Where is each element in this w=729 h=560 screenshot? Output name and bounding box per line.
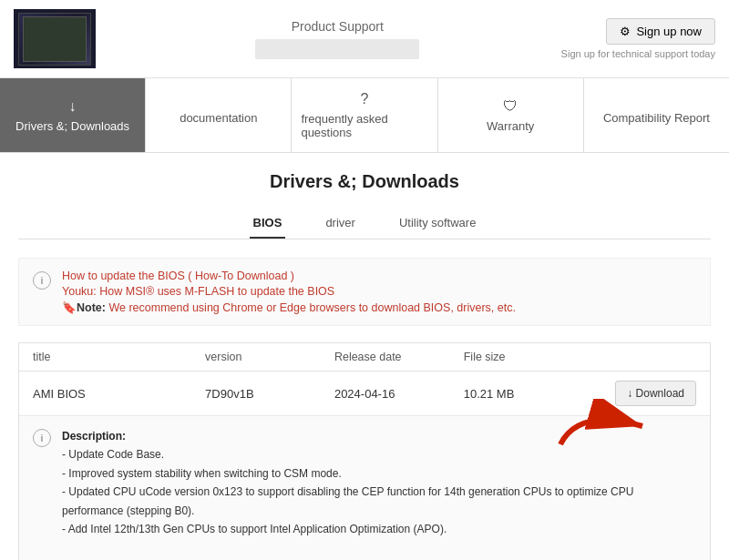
sub-tab-bios-label: BIOS bbox=[253, 216, 282, 229]
sign-up-area: ⚙ Sign up now Sign up for technical supp… bbox=[561, 18, 715, 59]
download-arrow bbox=[551, 399, 661, 453]
row-title: AMI BIOS bbox=[33, 387, 205, 401]
desc-info-icon: i bbox=[33, 429, 51, 447]
sub-tab-utility-label: Utility software bbox=[399, 216, 477, 229]
download-icon: ↓ bbox=[69, 98, 77, 115]
desc-line-2: - Improved system stability when switchi… bbox=[62, 467, 342, 480]
info-box: i How to update the BIOS ( How-To Downlo… bbox=[18, 258, 711, 326]
product-support-area: Product Support bbox=[114, 19, 561, 59]
sign-up-sub: Sign up for technical support today bbox=[561, 48, 715, 59]
info-note: 🔖Note: We recommend using Chrome or Edge… bbox=[62, 300, 516, 314]
row-version: 7D90v1B bbox=[205, 387, 334, 401]
tab-drivers[interactable]: ↓ Drivers &; Downloads bbox=[0, 78, 146, 152]
product-name-bar bbox=[255, 39, 419, 59]
sub-tabs: BIOS driver Utility software bbox=[18, 209, 711, 239]
tab-drivers-label: Drivers &; Downloads bbox=[15, 119, 129, 133]
note-label: 🔖Note: bbox=[62, 301, 106, 314]
youku-link[interactable]: Youku: How MSI® uses M-FLASH to update t… bbox=[62, 285, 516, 298]
sub-tab-bios[interactable]: BIOS bbox=[250, 209, 286, 239]
faq-icon: ? bbox=[361, 91, 369, 107]
tab-compatibility[interactable]: Compatibility Report bbox=[584, 78, 729, 152]
col-size-header: File size bbox=[464, 351, 593, 363]
main-content: Drivers &; Downloads BIOS driver Utility… bbox=[0, 153, 729, 560]
tab-documentation-label: documentation bbox=[180, 111, 257, 125]
note-text: We recommend using Chrome or Edge browse… bbox=[108, 301, 516, 314]
sub-tab-utility[interactable]: Utility software bbox=[395, 209, 480, 239]
info-icon: i bbox=[33, 271, 51, 290]
tab-warranty[interactable]: 🛡 Warranty bbox=[438, 78, 584, 152]
row-release-date: 2024-04-16 bbox=[334, 387, 464, 401]
product-logo bbox=[14, 9, 96, 68]
tab-compatibility-label: Compatibility Report bbox=[603, 111, 710, 125]
tab-faq-label: frequently asked questions bbox=[301, 112, 427, 139]
desc-label: Description: bbox=[62, 430, 126, 443]
col-version-header: version bbox=[205, 351, 334, 363]
tab-warranty-label: Warranty bbox=[487, 119, 534, 133]
sub-tab-driver-label: driver bbox=[325, 216, 355, 229]
shield-icon: 🛡 bbox=[503, 98, 518, 115]
col-title-header: title bbox=[33, 351, 205, 363]
desc-line-4: - Add Intel 12th/13th Gen CPUs to suppor… bbox=[62, 523, 447, 535]
tab-documentation[interactable]: documentation bbox=[146, 78, 292, 152]
page-title: Drivers &; Downloads bbox=[18, 171, 711, 192]
table-header-row: title version Release date File size bbox=[19, 343, 710, 372]
motherboard-image bbox=[23, 16, 87, 62]
sign-up-label: Sign up now bbox=[636, 25, 702, 38]
sign-up-button[interactable]: ⚙ Sign up now bbox=[606, 18, 715, 45]
col-action-header bbox=[593, 351, 696, 363]
tab-faq[interactable]: ? frequently asked questions bbox=[292, 78, 437, 152]
header: Product Support ⚙ Sign up now Sign up fo… bbox=[0, 0, 729, 78]
col-release-header: Release date bbox=[334, 351, 464, 363]
sub-tab-driver[interactable]: driver bbox=[322, 209, 359, 239]
gear-icon: ⚙ bbox=[620, 25, 631, 38]
info-links: How to update the BIOS ( How-To Download… bbox=[62, 270, 516, 314]
logo-inner bbox=[18, 13, 91, 66]
desc-line-1: - Update Code Base. bbox=[62, 448, 164, 461]
bios-howto-link[interactable]: How to update the BIOS ( How-To Download… bbox=[62, 270, 516, 282]
product-support-label: Product Support bbox=[292, 19, 384, 34]
nav-tabs: ↓ Drivers &; Downloads documentation ? f… bbox=[0, 78, 729, 153]
bios-table-wrapper: title version Release date File size AMI… bbox=[18, 342, 711, 560]
desc-line-3: - Updated CPU uCode version 0x123 to sup… bbox=[62, 485, 633, 516]
